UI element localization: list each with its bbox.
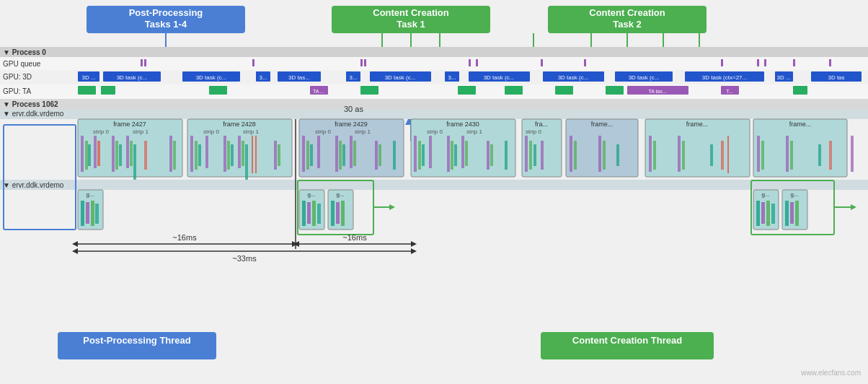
svg-text:30 as: 30 as <box>344 105 363 113</box>
svg-rect-148 <box>418 141 421 170</box>
svg-text:strip 0: strip 0 <box>526 128 541 135</box>
svg-rect-186 <box>786 136 789 172</box>
svg-text:3D tas...: 3D tas... <box>288 74 310 81</box>
svg-rect-118 <box>205 136 208 168</box>
svg-rect-86 <box>793 86 807 95</box>
svg-text:~33ms: ~33ms <box>232 254 257 263</box>
svg-rect-104 <box>130 141 133 166</box>
svg-rect-151 <box>447 136 450 172</box>
svg-rect-219 <box>790 202 794 224</box>
svg-rect-190 <box>851 136 854 172</box>
svg-rect-139 <box>353 141 356 166</box>
svg-rect-218 <box>785 201 789 226</box>
svg-text:TA tas...: TA tas... <box>648 89 666 94</box>
svg-rect-165 <box>541 141 544 170</box>
svg-rect-22 <box>0 47 868 57</box>
svg-rect-109 <box>187 119 292 177</box>
svg-rect-68 <box>811 71 862 82</box>
svg-rect-62 <box>615 71 673 82</box>
svg-rect-75 <box>310 86 328 95</box>
svg-rect-74 <box>209 86 227 95</box>
svg-rect-196 <box>86 202 89 224</box>
svg-rect-154 <box>461 136 464 168</box>
svg-rect-213 <box>761 202 765 224</box>
svg-rect-30 <box>364 59 366 66</box>
svg-text:3D task (c...: 3D task (c... <box>385 74 416 81</box>
svg-rect-133 <box>310 144 313 166</box>
svg-rect-212 <box>756 201 760 226</box>
svg-rect-40 <box>0 70 868 84</box>
svg-rect-32 <box>476 59 478 66</box>
svg-text:g...: g... <box>790 191 798 198</box>
svg-rect-164 <box>533 144 536 166</box>
svg-rect-100 <box>112 136 115 172</box>
svg-rect-188 <box>818 144 821 166</box>
svg-rect-73 <box>101 86 115 95</box>
svg-rect-124 <box>245 144 248 180</box>
svg-rect-207 <box>331 201 335 226</box>
svg-marker-227 <box>851 204 856 210</box>
svg-rect-26 <box>141 59 143 66</box>
svg-rect-198 <box>95 204 99 224</box>
svg-text:Post-Processing: Post-Processing <box>129 7 203 18</box>
svg-rect-185 <box>761 141 764 170</box>
svg-text:Task 2: Task 2 <box>613 19 642 30</box>
svg-text:GPU queue: GPU queue <box>3 60 41 68</box>
svg-text:GPU: TA: GPU: TA <box>3 87 31 95</box>
svg-rect-81 <box>606 86 624 95</box>
svg-rect-127 <box>299 119 404 177</box>
svg-rect-38 <box>793 59 795 66</box>
svg-rect-197 <box>91 201 94 226</box>
svg-text:frame...: frame... <box>591 121 614 128</box>
svg-rect-97 <box>88 144 91 166</box>
svg-rect-126 <box>278 144 280 166</box>
svg-marker-224 <box>389 204 395 210</box>
svg-rect-140 <box>375 141 378 170</box>
svg-rect-137 <box>342 144 345 166</box>
svg-text:frame 2430: frame 2430 <box>446 121 479 128</box>
svg-rect-216 <box>782 190 807 230</box>
svg-text:T...: T... <box>726 89 732 94</box>
svg-rect-27 <box>144 59 146 66</box>
svg-text:Task 1: Task 1 <box>397 19 425 30</box>
svg-rect-138 <box>350 136 353 168</box>
svg-rect-199 <box>299 190 324 230</box>
watermark: www.elecfans.com <box>801 369 861 377</box>
svg-text:frame 2429: frame 2429 <box>335 121 368 128</box>
svg-rect-44 <box>103 71 161 82</box>
svg-rect-203 <box>312 201 316 226</box>
svg-rect-116 <box>195 141 198 170</box>
svg-rect-173 <box>645 119 750 177</box>
svg-rect-136 <box>339 141 342 170</box>
svg-text:3D task (c...: 3D task (c... <box>558 74 589 81</box>
svg-rect-121 <box>231 144 234 166</box>
svg-rect-89 <box>0 109 868 119</box>
svg-rect-87 <box>0 99 868 109</box>
svg-text:strip 1: strip 1 <box>133 128 149 135</box>
svg-rect-221 <box>4 125 76 230</box>
svg-rect-58 <box>469 71 530 82</box>
svg-rect-115 <box>190 136 193 172</box>
svg-text:3...: 3... <box>448 74 456 81</box>
svg-text:strip 0: strip 0 <box>427 128 443 135</box>
svg-text:3D task (c...: 3D task (c... <box>196 74 227 81</box>
svg-rect-225 <box>751 180 834 235</box>
svg-text:3D task (c...: 3D task (c... <box>484 74 515 81</box>
svg-rect-80 <box>555 86 573 95</box>
svg-rect-170 <box>598 136 601 172</box>
svg-rect-193 <box>78 190 103 230</box>
svg-text:▼ Process 1062: ▼ Process 1062 <box>3 100 58 108</box>
main-container: Post-Processing Tasks 1-4 Content Creati… <box>0 0 868 384</box>
svg-text:3D tas: 3D tas <box>828 74 844 81</box>
svg-rect-105 <box>133 144 136 180</box>
svg-rect-150 <box>429 136 432 168</box>
svg-rect-241 <box>58 332 216 359</box>
svg-text:▼ Process 0: ▼ Process 0 <box>3 48 46 56</box>
svg-rect-175 <box>649 136 652 172</box>
svg-rect-60 <box>543 71 604 82</box>
svg-rect-31 <box>469 59 471 66</box>
svg-rect-91 <box>78 119 182 177</box>
svg-rect-108 <box>173 141 176 170</box>
svg-rect-120 <box>227 141 230 170</box>
svg-marker-238 <box>411 248 417 254</box>
